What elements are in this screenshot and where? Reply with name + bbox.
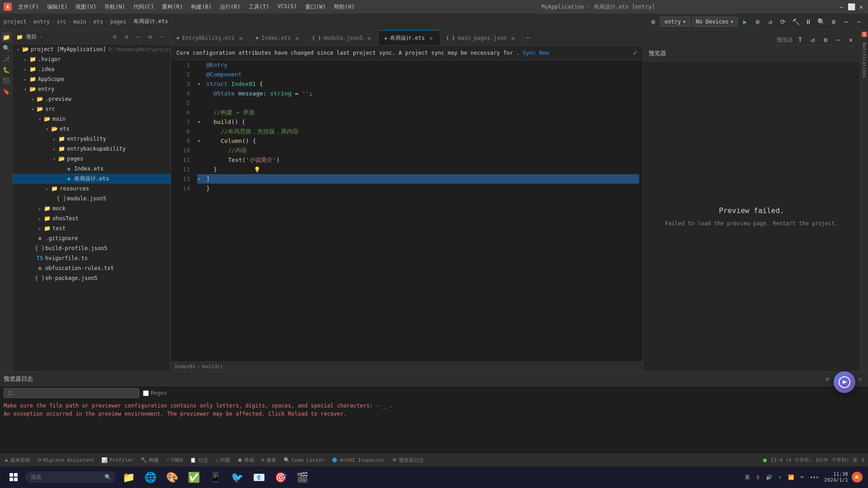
- menu-item[interactable]: 导航(N): [101, 2, 129, 12]
- status-code-linter[interactable]: 🔍 Code Linter: [282, 457, 327, 463]
- menu-item[interactable]: 文件(F): [14, 2, 43, 12]
- refresh-icon[interactable]: ↺: [765, 16, 776, 27]
- menu-item[interactable]: 代码(C): [130, 2, 158, 12]
- collapse-icon[interactable]: −: [854, 16, 864, 27]
- breadcrumb-ets[interactable]: ets: [93, 19, 103, 25]
- fold-gutter[interactable]: ▾: [197, 174, 206, 184]
- taskbar-app-harmonyos[interactable]: 🐦: [228, 468, 246, 486]
- tree-item-entryability[interactable]: ▸ 📁 entryability: [13, 134, 171, 144]
- gear2-icon[interactable]: ⚙: [828, 16, 839, 27]
- tray-battery[interactable]: ⚡: [777, 474, 783, 481]
- tab-more-button[interactable]: ⋯: [522, 34, 533, 41]
- window-controls[interactable]: — ⬜ ✕: [838, 4, 864, 10]
- tree-item-ets[interactable]: ▾ 📂 ets: [13, 124, 171, 134]
- extensions-icon[interactable]: ⬛: [1, 76, 11, 85]
- tree-item-mock[interactable]: ▸ 📁 mock: [13, 204, 171, 213]
- tab-close2-icon[interactable]: ✕: [845, 34, 856, 45]
- tab-index[interactable]: ◈ Index.ets ✕: [250, 30, 307, 45]
- tree-item-gitignore[interactable]: ≡ .gitignore: [13, 233, 171, 243]
- tree-item-obfuscation[interactable]: ≡ obfuscation-rules.txt: [13, 263, 171, 273]
- tab-close-button[interactable]: ✕: [509, 34, 517, 42]
- filter-tree-icon[interactable]: ≡: [122, 32, 132, 42]
- tree-item-root[interactable]: ▾ 📂 project [MyApplication] D:\HarmonyNe…: [13, 44, 171, 54]
- menu-item[interactable]: 工具(T): [245, 2, 273, 12]
- menu-item[interactable]: 窗口(W): [302, 2, 330, 12]
- panel-settings-icon[interactable]: ⚙: [823, 374, 832, 384]
- tree-item-layout-ets[interactable]: ◈ 布局设计.ets: [13, 174, 171, 184]
- tree-item-entry[interactable]: ▾ 📂 entry: [13, 84, 171, 94]
- taskbar-app-edge[interactable]: 🌐: [141, 468, 159, 486]
- minimize-tree-icon[interactable]: −: [157, 32, 167, 42]
- search-toolbar-icon[interactable]: 🔍: [816, 16, 826, 27]
- tray-app-s[interactable]: S: [754, 474, 761, 481]
- tab-layout-ets[interactable]: ◈ 布局设计.ets ✕: [379, 30, 441, 45]
- tab-gear-icon[interactable]: ⚙: [820, 34, 831, 45]
- taskbar-app-store[interactable]: 🎯: [271, 468, 289, 486]
- tree-item-appscope[interactable]: ▸ 📁 AppScope: [13, 74, 171, 84]
- status-version-control[interactable]: ▶ 版本控制: [4, 457, 32, 464]
- code-lines[interactable]: @Entry @Component ▾ struct Index01 {: [194, 60, 643, 361]
- taskbar-app-app2[interactable]: ✅: [185, 468, 203, 486]
- tray-input[interactable]: ⌨: [799, 474, 806, 481]
- code-line-13[interactable]: ▾ ]: [197, 174, 639, 184]
- status-build[interactable]: 🔨 构建: [139, 457, 161, 464]
- tree-item-src[interactable]: ▾ 📂 src: [13, 104, 171, 114]
- tray-network[interactable]: 📶: [786, 474, 796, 481]
- run-config-dropdown[interactable]: entry ▾: [660, 17, 690, 27]
- breadcrumb-main[interactable]: main: [73, 19, 86, 25]
- status-todo[interactable]: ✓ TODO: [164, 457, 185, 463]
- system-clock[interactable]: 11:30 2024/1/1: [824, 471, 848, 483]
- taskbar-search-input[interactable]: [25, 471, 116, 483]
- panel-close-icon[interactable]: ✕: [855, 374, 864, 384]
- tree-item-idea[interactable]: ▸ 📁 .idea: [13, 64, 171, 74]
- breadcrumb-pages[interactable]: pages: [110, 19, 126, 25]
- tree-item-ohostest[interactable]: ▸ 📁 ohosTest: [13, 213, 171, 223]
- taskbar-app-file-explorer[interactable]: 📁: [119, 468, 138, 486]
- sync-icon[interactable]: ⚙: [752, 16, 763, 27]
- tab-main-pages[interactable]: { } main_pages.json ✕: [441, 30, 522, 45]
- menu-item[interactable]: 编辑(E): [43, 2, 71, 12]
- preview-tab-label[interactable]: 预览器: [777, 36, 793, 44]
- tab-format-icon[interactable]: ↺: [807, 34, 818, 45]
- tab-close-button[interactable]: ✕: [365, 34, 373, 42]
- notification-center[interactable]: 🔔: [852, 472, 863, 483]
- status-profiler[interactable]: 📊 Profiler: [100, 457, 135, 463]
- menu-item[interactable]: 帮助(H): [330, 2, 358, 12]
- menu-item[interactable]: 构建(B): [187, 2, 215, 12]
- floating-preview-button[interactable]: [834, 371, 855, 393]
- start-button[interactable]: [5, 469, 22, 485]
- tree-item-hvigor[interactable]: ▸ 📁 .hvigor: [13, 54, 171, 64]
- code-content[interactable]: 12345 678910 11121314 @Entry @Component: [171, 60, 643, 361]
- breadcrumb-entry[interactable]: entry: [33, 19, 50, 25]
- tab-settings-icon[interactable]: T: [795, 34, 806, 45]
- toolbar-more-icon[interactable]: ⋯: [841, 16, 852, 27]
- tab-module-json[interactable]: { } module.json5 ✕: [307, 30, 379, 45]
- debug-icon[interactable]: 🐛: [1, 65, 11, 75]
- sync-now-link[interactable]: Sync Now: [523, 50, 549, 56]
- tab-close-button[interactable]: ✕: [427, 34, 435, 42]
- breadcrumb-src[interactable]: src: [57, 19, 66, 25]
- tree-item-test[interactable]: ▸ 📁 test: [13, 223, 171, 233]
- breadcrumb-file[interactable]: 布局设计.ets: [133, 18, 168, 25]
- tree-item-resources[interactable]: ▸ 📁 resources: [13, 184, 171, 194]
- tab-entry-ability[interactable]: ◈ EntryAbility.ets ✕: [171, 30, 250, 45]
- collapse-tree-icon[interactable]: ⊟: [110, 32, 120, 42]
- status-terminal[interactable]: ⏹ 终端: [236, 457, 256, 464]
- git-icon[interactable]: ⎇: [1, 54, 11, 64]
- tree-item-index-ets[interactable]: ◈ Index.ets: [13, 164, 171, 174]
- tray-sound[interactable]: 🔊: [764, 474, 774, 481]
- breakpoint-icon[interactable]: ⏸: [803, 16, 814, 27]
- run-button[interactable]: ▶: [740, 16, 750, 27]
- tab-minimize-icon[interactable]: −: [833, 34, 844, 45]
- minimize-button[interactable]: —: [838, 4, 844, 10]
- fold-gutter[interactable]: ▾: [197, 117, 206, 127]
- tab-close-button[interactable]: ✕: [237, 34, 244, 42]
- breadcrumb-project[interactable]: project: [4, 19, 27, 25]
- menu-item[interactable]: 重构(R): [158, 2, 186, 12]
- fold-gutter[interactable]: ▾: [197, 79, 206, 89]
- sidebar-label-notifications[interactable]: Notifications: [862, 43, 867, 78]
- tray-dots[interactable]: •••: [808, 474, 821, 481]
- tab-close-button[interactable]: ✕: [294, 34, 301, 42]
- bookmark-icon[interactable]: 🔖: [1, 86, 11, 96]
- more-tree-icon[interactable]: ⋯: [133, 32, 143, 42]
